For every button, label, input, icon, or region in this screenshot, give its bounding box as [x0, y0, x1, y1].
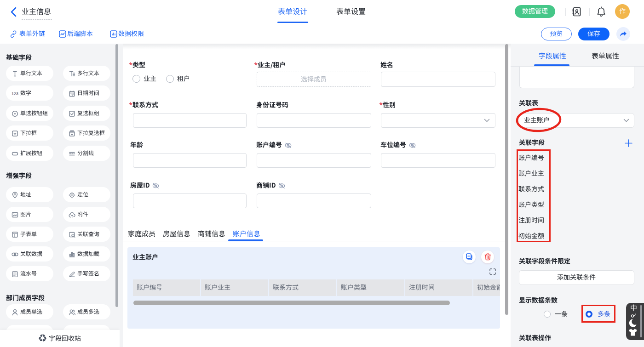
svg-text:123: 123 [12, 91, 18, 96]
